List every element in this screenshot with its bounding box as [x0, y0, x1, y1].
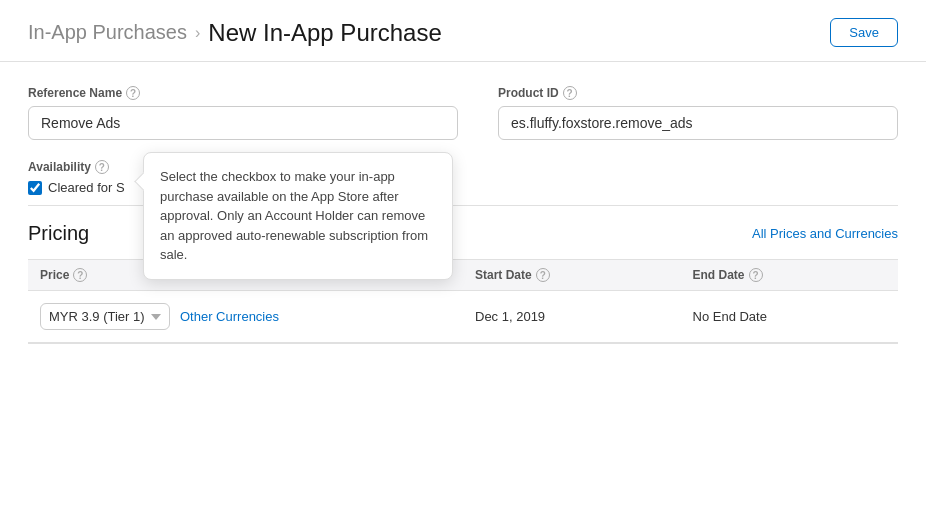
availability-text: Cleared for S — [48, 180, 125, 195]
tooltip-text: Select the checkbox to make your in-app … — [160, 169, 428, 262]
product-id-help-icon[interactable]: ? — [563, 86, 577, 100]
end-date-col-help-icon[interactable]: ? — [749, 268, 763, 282]
table-body: MYR 3.9 (Tier 1) Other Currencies Dec 1,… — [28, 291, 898, 343]
availability-section: Availability ? Cleared for S Select the … — [28, 160, 898, 195]
start-date-col-help-icon[interactable]: ? — [536, 268, 550, 282]
breadcrumb-parent: In-App Purchases — [28, 21, 187, 44]
th-end-date: End Date ? — [681, 260, 899, 291]
main-content: Reference Name ? Product ID ? Availabili… — [0, 62, 926, 344]
availability-checkbox[interactable] — [28, 181, 42, 195]
reference-name-label: Reference Name ? — [28, 86, 458, 100]
product-id-group: Product ID ? — [498, 86, 898, 140]
price-cell: MYR 3.9 (Tier 1) Other Currencies — [28, 291, 463, 343]
reference-name-input[interactable] — [28, 106, 458, 140]
reference-name-help-icon[interactable]: ? — [126, 86, 140, 100]
price-col-help-icon[interactable]: ? — [73, 268, 87, 282]
start-date-cell: Dec 1, 2019 — [463, 291, 681, 343]
reference-name-group: Reference Name ? — [28, 86, 458, 140]
form-row: Reference Name ? Product ID ? — [28, 86, 898, 140]
header: In-App Purchases › New In-App Purchase S… — [0, 0, 926, 62]
price-tier-select[interactable]: MYR 3.9 (Tier 1) — [40, 303, 170, 330]
save-button[interactable]: Save — [830, 18, 898, 47]
all-prices-link[interactable]: All Prices and Currencies — [752, 226, 898, 241]
availability-help-icon[interactable]: ? — [95, 160, 109, 174]
other-currencies-link[interactable]: Other Currencies — [180, 309, 279, 324]
product-id-input[interactable] — [498, 106, 898, 140]
page: In-App Purchases › New In-App Purchase S… — [0, 0, 926, 514]
th-start-date: Start Date ? — [463, 260, 681, 291]
table-row: MYR 3.9 (Tier 1) Other Currencies Dec 1,… — [28, 291, 898, 343]
breadcrumb-chevron: › — [195, 24, 200, 42]
availability-tooltip: Select the checkbox to make your in-app … — [143, 152, 453, 280]
product-id-label: Product ID ? — [498, 86, 898, 100]
pricing-title: Pricing — [28, 222, 89, 245]
bottom-divider — [28, 343, 898, 344]
breadcrumb: In-App Purchases › New In-App Purchase — [28, 19, 442, 47]
breadcrumb-current: New In-App Purchase — [208, 19, 441, 47]
end-date-cell: No End Date — [681, 291, 899, 343]
